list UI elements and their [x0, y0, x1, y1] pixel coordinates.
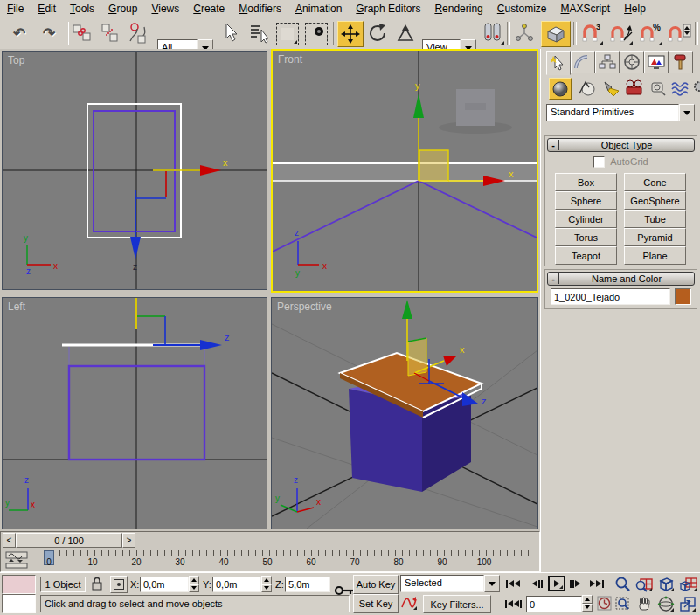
object-type-rollout-header[interactable]: - Object Type	[547, 138, 695, 152]
tab-display[interactable]	[644, 51, 669, 73]
box-wireframe[interactable]	[94, 111, 175, 231]
use-pivot-point-center-button[interactable]	[481, 21, 505, 45]
window-crossing-button[interactable]	[305, 23, 328, 45]
time-slider-handle[interactable]: 0 / 100	[16, 533, 122, 548]
select-by-name-button[interactable]	[247, 21, 272, 45]
pyramid-button[interactable]: Pyramid	[624, 228, 686, 246]
viewport-perspective-label[interactable]: Perspective	[277, 301, 332, 313]
tube-button[interactable]: Tube	[624, 210, 686, 228]
primitives-category-dropdown[interactable]: Standard Primitives	[546, 104, 695, 121]
category-space-warps-button[interactable]	[670, 78, 691, 98]
key-mode-toggle-button[interactable]	[505, 596, 522, 612]
default-tangent-button[interactable]	[400, 595, 418, 611]
transform-gizmo[interactable]: z	[136, 298, 230, 350]
y-coordinate-input[interactable]	[213, 579, 260, 590]
menu-rendering[interactable]: Rendering	[427, 1, 489, 17]
select-and-link-button[interactable]	[70, 21, 94, 45]
x-coordinate-field[interactable]	[140, 577, 189, 592]
snaps-toggle-button[interactable]: 3	[578, 21, 604, 45]
menu-modifiers[interactable]: Modifiers	[232, 1, 288, 17]
set-key-button[interactable]: Set Key	[353, 594, 399, 613]
zoom-region-button[interactable]	[614, 596, 632, 614]
teapot-button[interactable]: Teapot	[555, 246, 617, 265]
select-object-button[interactable]	[219, 21, 244, 45]
spinner-snap-toggle-button[interactable]	[666, 21, 692, 45]
zoom-extents-all-button[interactable]	[679, 576, 697, 592]
viewport-left-label[interactable]: Left	[8, 301, 25, 313]
auto-key-button[interactable]: Auto Key	[353, 575, 399, 594]
next-frame-button[interactable]	[566, 576, 583, 591]
play-animation-button[interactable]	[548, 576, 565, 591]
maxscript-mini-listener-pink[interactable]	[2, 575, 36, 594]
object-name-input[interactable]	[551, 292, 669, 302]
rollout-collapse-icon[interactable]: -	[548, 273, 559, 284]
menu-tools[interactable]: Tools	[63, 1, 101, 17]
pan-view-button[interactable]	[635, 596, 653, 614]
go-to-start-button[interactable]	[504, 576, 521, 591]
menu-graph-editors[interactable]: Graph Editors	[349, 1, 427, 17]
zoom-extents-button[interactable]	[657, 576, 675, 592]
name-and-color-rollout-header[interactable]: - Name and Color	[547, 272, 695, 286]
z-coordinate-field[interactable]	[285, 577, 330, 592]
category-cameras-button[interactable]	[624, 78, 645, 98]
x-spinner[interactable]	[189, 576, 199, 592]
go-to-end-button[interactable]	[588, 576, 605, 591]
object-color-swatch[interactable]	[675, 288, 691, 305]
category-helpers-button[interactable]	[648, 78, 669, 98]
viewport-front-label[interactable]: Front	[278, 53, 302, 66]
angle-snap-toggle-button[interactable]	[607, 21, 634, 45]
box-button[interactable]: Box	[555, 173, 617, 191]
maxscript-mini-listener-white[interactable]	[2, 594, 36, 613]
undo-button[interactable]: ↶	[7, 21, 31, 45]
category-lights-button[interactable]	[600, 78, 621, 98]
menu-views[interactable]: Views	[144, 1, 186, 17]
selection-lock-toggle[interactable]	[91, 576, 104, 593]
arc-rotate-button[interactable]	[657, 596, 675, 612]
select-and-move-button[interactable]	[337, 21, 364, 47]
rollout-collapse-icon[interactable]: -	[548, 140, 559, 150]
sphere-button[interactable]: Sphere	[555, 191, 617, 210]
menu-create[interactable]: Create	[186, 1, 232, 17]
viewport-front-active[interactable]: y x z y x Front	[271, 49, 538, 293]
object-name-field[interactable]	[551, 288, 670, 305]
time-configuration-button[interactable]	[597, 596, 612, 612]
keyboard-shortcut-override-button[interactable]	[541, 21, 571, 47]
category-geometry-button[interactable]	[549, 78, 572, 100]
unlink-selection-button[interactable]	[98, 21, 122, 45]
absolute-mode-transform-button[interactable]	[110, 576, 128, 593]
zoom-button[interactable]	[614, 576, 631, 594]
select-and-rotate-button[interactable]	[366, 21, 391, 45]
zoom-all-button[interactable]	[635, 576, 653, 592]
plane-button[interactable]: Plane	[624, 246, 686, 265]
dropdown-arrow-icon[interactable]	[484, 575, 500, 592]
viewport-top-label[interactable]: Top	[8, 54, 24, 66]
tab-hierarchy[interactable]	[595, 51, 620, 73]
menu-customize[interactable]: Customize	[490, 1, 554, 17]
tab-create[interactable]	[546, 51, 571, 75]
menu-help[interactable]: Help	[617, 1, 653, 17]
transform-gizmo[interactable]: x z	[130, 157, 228, 272]
dropdown-arrow-icon[interactable]	[679, 104, 695, 121]
redo-button[interactable]: ↷	[37, 21, 61, 45]
open-mini-curve-editor-button[interactable]	[4, 551, 31, 569]
menu-file[interactable]: File	[0, 1, 31, 17]
tab-utilities[interactable]	[669, 51, 693, 73]
menu-edit[interactable]: Edit	[31, 1, 63, 17]
key-mode-dropdown[interactable]: Selected	[400, 575, 500, 592]
maximize-viewport-toggle-button[interactable]	[679, 596, 697, 612]
x-coordinate-input[interactable]	[141, 579, 188, 590]
cone-button[interactable]: Cone	[624, 173, 686, 191]
frame-spinner[interactable]	[582, 595, 593, 612]
menu-group[interactable]: Group	[101, 1, 144, 17]
viewport-left[interactable]: z z y x Left	[2, 297, 267, 529]
y-coordinate-field[interactable]	[212, 577, 261, 592]
y-spinner[interactable]	[261, 576, 272, 592]
cylinder-button[interactable]: Cylinder	[555, 210, 617, 228]
menu-maxscript[interactable]: MAXScript	[554, 1, 618, 17]
category-systems-button[interactable]	[691, 78, 700, 98]
current-frame-field[interactable]	[526, 596, 582, 612]
key-filters-button[interactable]: Key Filters...	[423, 595, 491, 613]
select-and-scale-button[interactable]	[393, 21, 418, 45]
z-coordinate-input[interactable]	[286, 579, 329, 590]
time-slider-prev-button[interactable]: <	[3, 533, 16, 548]
